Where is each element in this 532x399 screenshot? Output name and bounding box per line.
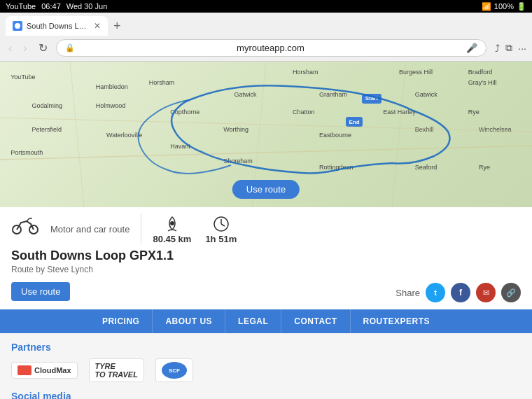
svg-line-3	[70, 62, 84, 207]
facebook-icon: f	[459, 288, 462, 298]
share-button[interactable]: ⤴	[495, 42, 500, 54]
cloudmax-label: CloudMax	[34, 366, 71, 374]
nav-item-legal[interactable]: LEGAL	[225, 309, 281, 333]
status-bar: YouTube 06:47 Wed 30 Jun 📶 100% 🔋	[0, 0, 532, 13]
content-area: Motor and car route 80.45 km 1h 51m	[0, 207, 532, 302]
share-row: Share t f ✉ 🔗	[396, 283, 521, 302]
route-type-icons	[11, 214, 39, 235]
forward-button[interactable]: ›	[20, 41, 29, 56]
status-right: 📶 100% 🔋	[482, 2, 526, 11]
route-type-label: Motor and car route	[50, 224, 130, 234]
new-tab-button[interactable]: +	[111, 19, 124, 34]
social-title: Social media	[11, 391, 521, 399]
twitter-icon: t	[434, 288, 437, 297]
map-use-route-button[interactable]: Use route	[232, 180, 300, 199]
distance-value: 80.45 km	[153, 234, 191, 244]
svg-point-0	[15, 23, 20, 29]
status-time: 06:47	[41, 2, 61, 10]
active-tab[interactable]: South Downs Loop GPX... ✕	[6, 16, 108, 36]
cloudmax-logo[interactable]: CloudMax	[11, 362, 78, 379]
browser-chrome: South Downs Loop GPX... ✕ + ‹ › ↻ 🔒 myro…	[0, 13, 532, 62]
nav-item-contact[interactable]: CONTACT	[281, 309, 350, 333]
nav-item-about-us[interactable]: ABOUT US	[153, 309, 225, 333]
email-icon: ✉	[483, 288, 489, 298]
tab-close-button[interactable]: ✕	[94, 21, 101, 31]
status-app: YouTube	[6, 2, 36, 10]
route-stats: 80.45 km 1h 51m	[153, 214, 237, 244]
status-left: YouTube 06:47 Wed 30 Jun	[6, 2, 107, 10]
route-type-area	[11, 214, 39, 235]
motor-car-icon	[11, 214, 39, 235]
svg-line-11	[221, 224, 225, 226]
duration-stat: 1h 51m	[205, 214, 237, 244]
browser-actions: ⤴ ⧉ ···	[495, 42, 526, 54]
share-link-button[interactable]: 🔗	[501, 283, 521, 302]
back-button[interactable]: ‹	[6, 41, 15, 56]
route-divider	[141, 214, 141, 244]
nav-item-routexperts[interactable]: ROUTEXPERTS	[351, 309, 443, 333]
tyre-to-travel-logo[interactable]: TYRETO TRAVEL	[89, 358, 144, 382]
partners-title: Partners	[11, 342, 521, 353]
map-area: YouTube Horsham Horsham Burgess Hill Bra…	[0, 62, 532, 207]
duration-value: 1h 51m	[205, 234, 237, 244]
cloudmax-icon	[18, 365, 31, 375]
svg-point-8	[170, 221, 174, 225]
tab-label: South Downs Loop GPX...	[27, 22, 90, 30]
partners-logos: CloudMax TYRETO TRAVEL SCF	[11, 358, 521, 382]
route-info-row: Motor and car route 80.45 km 1h 51m	[11, 214, 521, 244]
more-button[interactable]: ···	[518, 42, 526, 54]
link-icon: 🔗	[506, 288, 516, 298]
duration-icon	[211, 214, 231, 234]
route-author: Route by Steve Lynch	[11, 265, 521, 274]
tyre-travel-label: TYRETO TRAVEL	[95, 362, 138, 379]
tab-bar: South Downs Loop GPX... ✕ +	[0, 13, 532, 36]
use-route-button[interactable]: Use route	[11, 282, 70, 301]
battery-text: 100%	[494, 2, 514, 10]
route-title-area: South Downs Loop GPX1.1 Route by Steve L…	[11, 248, 521, 302]
map-use-route-btn-label[interactable]: Use route	[232, 180, 300, 199]
svg-line-1	[0, 146, 532, 160]
partners-section: Partners CloudMax TYRETO TRAVEL SCF	[0, 333, 532, 386]
third-partner-logo[interactable]: SCF	[155, 358, 193, 382]
tabs-button[interactable]: ⧉	[505, 42, 512, 54]
svg-line-2	[0, 118, 532, 132]
share-twitter-button[interactable]: t	[426, 283, 445, 302]
share-email-button[interactable]: ✉	[476, 283, 496, 302]
wifi-icon: 📶	[482, 2, 491, 11]
route-title: South Downs Loop GPX1.1	[11, 248, 521, 263]
distance-stat: 80.45 km	[153, 214, 191, 244]
map-background: YouTube Horsham Horsham Burgess Hill Bra…	[0, 62, 532, 207]
nav-item-pricing[interactable]: PRICING	[90, 309, 153, 333]
battery-icon: 🔋	[517, 2, 526, 11]
url-bar[interactable]: 🔒 myrouteapp.com 🎤	[56, 39, 487, 57]
share-label: Share	[396, 288, 420, 298]
tab-favicon	[13, 21, 22, 31]
status-date: Wed 30 Jun	[66, 2, 108, 10]
distance-icon	[162, 214, 182, 234]
footer-nav: PRICING ABOUT US LEGAL CONTACT ROUTEXPER…	[0, 309, 532, 333]
third-logo-icon: SCF	[162, 362, 187, 379]
share-facebook-button[interactable]: f	[451, 283, 470, 302]
address-bar: ‹ › ↻ 🔒 myrouteapp.com 🎤 ⤴ ⧉ ···	[0, 36, 532, 61]
action-row: Use route Share t f ✉ 🔗	[11, 280, 521, 302]
reload-button[interactable]: ↻	[36, 40, 50, 56]
social-section: Social media f ▶	[0, 386, 532, 399]
url-text: myrouteapp.com	[79, 43, 463, 53]
lock-icon: 🔒	[65, 43, 75, 52]
svg-line-5	[392, 62, 406, 207]
mic-icon: 🎤	[466, 43, 477, 53]
